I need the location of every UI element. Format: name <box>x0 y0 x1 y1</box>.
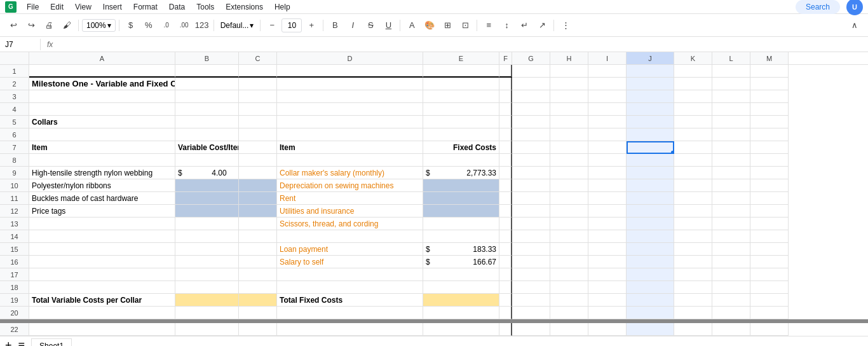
cell-f9[interactable] <box>499 167 512 179</box>
cell-i19[interactable] <box>588 294 627 307</box>
cell-f2[interactable] <box>499 78 512 90</box>
cell-f18[interactable] <box>499 281 512 294</box>
cell-k14[interactable] <box>674 230 712 243</box>
cell-i20[interactable] <box>588 307 627 319</box>
cell-k17[interactable] <box>674 268 712 281</box>
cell-b9-dollar[interactable]: $ 4.00 <box>175 167 239 179</box>
cell-h19[interactable] <box>550 294 588 307</box>
cell-l17[interactable] <box>712 268 750 281</box>
cell-m4[interactable] <box>750 103 789 116</box>
cell-h1[interactable] <box>550 65 588 78</box>
cell-l12[interactable] <box>712 205 750 218</box>
cell-l9[interactable] <box>712 167 750 179</box>
cell-g5[interactable] <box>512 116 550 128</box>
col-header-k[interactable]: K <box>674 52 712 64</box>
borders-button[interactable]: ⊞ <box>439 17 456 34</box>
fill-color-button[interactable]: 🎨 <box>421 17 438 34</box>
col-header-l[interactable]: L <box>712 52 750 64</box>
cell-m3[interactable] <box>750 90 789 103</box>
cell-j17[interactable] <box>627 268 674 281</box>
cell-i12[interactable] <box>588 205 627 218</box>
cell-c3[interactable] <box>239 90 277 103</box>
cell-e6[interactable] <box>423 128 499 141</box>
cell-i15[interactable] <box>588 243 627 256</box>
cell-c6[interactable] <box>239 128 277 141</box>
cell-e10[interactable] <box>423 179 499 192</box>
cell-g18[interactable] <box>512 281 550 294</box>
cell-i5[interactable] <box>588 116 627 128</box>
cell-e11[interactable] <box>423 192 499 205</box>
cell-d5[interactable] <box>277 116 423 128</box>
cell-e19[interactable] <box>423 294 499 307</box>
cell-h11[interactable] <box>550 192 588 205</box>
cell-m17[interactable] <box>750 268 789 281</box>
cell-a19[interactable]: Total Variable Costs per Collar <box>29 294 175 307</box>
cell-l20[interactable] <box>712 307 750 319</box>
cell-c5[interactable] <box>239 116 277 128</box>
cell-a7[interactable]: Item <box>29 141 175 154</box>
cell-f22[interactable] <box>499 323 512 336</box>
menu-extensions[interactable]: Extensions <box>220 1 268 13</box>
cell-k7[interactable] <box>674 141 712 154</box>
cell-d15[interactable]: Loan payment <box>277 243 423 256</box>
cell-k10[interactable] <box>674 179 712 192</box>
cell-k6[interactable] <box>674 128 712 141</box>
cell-d10[interactable]: Depreciation on sewing machines <box>277 179 423 192</box>
cell-e2[interactable] <box>423 78 499 90</box>
cell-l10[interactable] <box>712 179 750 192</box>
cell-j10[interactable] <box>627 179 674 192</box>
cell-k9[interactable] <box>674 167 712 179</box>
cell-b19[interactable] <box>175 294 239 307</box>
cell-f10[interactable] <box>499 179 512 192</box>
cell-d22[interactable] <box>277 323 423 336</box>
col-header-b[interactable]: B <box>175 52 239 64</box>
cell-b14[interactable] <box>175 230 239 243</box>
cell-g4[interactable] <box>512 103 550 116</box>
cell-b13[interactable] <box>175 218 239 230</box>
cell-e7[interactable]: Fixed Costs <box>423 141 499 154</box>
cell-m11[interactable] <box>750 192 789 205</box>
cell-k3[interactable] <box>674 90 712 103</box>
cell-e18[interactable] <box>423 281 499 294</box>
cell-i11[interactable] <box>588 192 627 205</box>
cell-k1[interactable] <box>674 65 712 78</box>
cell-c4[interactable] <box>239 103 277 116</box>
cell-a11[interactable]: Buckles made of cast hardware <box>29 192 175 205</box>
cell-i2[interactable] <box>588 78 627 90</box>
cell-l1[interactable] <box>712 65 750 78</box>
search-button[interactable]: Search <box>796 0 840 14</box>
more-button[interactable]: ⋮ <box>557 17 574 34</box>
cell-a2[interactable]: Milestone One - Variable and Fixed Costs <box>29 78 175 90</box>
cell-i9[interactable] <box>588 167 627 179</box>
cell-f14[interactable] <box>499 230 512 243</box>
cell-c11[interactable] <box>239 192 277 205</box>
cell-e13[interactable] <box>423 218 499 230</box>
cell-k5[interactable] <box>674 116 712 128</box>
cell-i8[interactable] <box>588 154 627 167</box>
cell-i1[interactable] <box>588 65 627 78</box>
italic-button[interactable]: I <box>344 17 361 34</box>
cell-h17[interactable] <box>550 268 588 281</box>
cell-k4[interactable] <box>674 103 712 116</box>
cell-f19[interactable] <box>499 294 512 307</box>
col-header-i[interactable]: I <box>588 52 627 64</box>
cell-h10[interactable] <box>550 179 588 192</box>
font-size-dec-button[interactable]: − <box>264 17 280 34</box>
cell-k13[interactable] <box>674 218 712 230</box>
cell-k11[interactable] <box>674 192 712 205</box>
cell-b8[interactable] <box>175 154 239 167</box>
cell-b12[interactable] <box>175 205 239 218</box>
cell-h15[interactable] <box>550 243 588 256</box>
formula-input[interactable] <box>59 40 865 49</box>
cell-m20[interactable] <box>750 307 789 319</box>
cell-c15[interactable] <box>239 243 277 256</box>
cell-d12[interactable]: Utilities and insurance <box>277 205 423 218</box>
cell-g6[interactable] <box>512 128 550 141</box>
cell-reference[interactable] <box>3 39 41 50</box>
cell-g22[interactable] <box>512 323 550 336</box>
sheets-menu-button[interactable]: ≡ <box>18 339 25 346</box>
cell-j9[interactable] <box>627 167 674 179</box>
cell-l19[interactable] <box>712 294 750 307</box>
cell-j15[interactable] <box>627 243 674 256</box>
cell-d13[interactable]: Scissors, thread, and cording <box>277 218 423 230</box>
